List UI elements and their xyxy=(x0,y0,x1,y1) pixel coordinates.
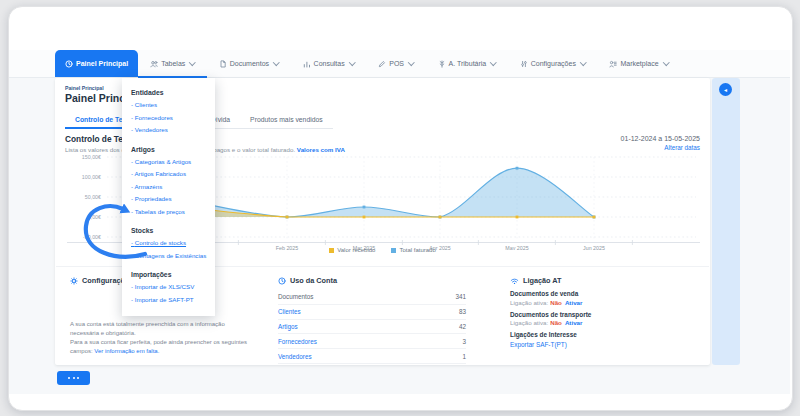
sliders-icon xyxy=(520,60,528,68)
usage-row-clientes: Clientes 83 xyxy=(278,305,466,320)
collapse-arrow-button[interactable]: ◄ xyxy=(719,83,732,96)
dropdown-section-artigos: Artigos xyxy=(131,146,206,153)
nav-item-a-tributaria[interactable]: A. Tributária xyxy=(426,50,508,77)
gear-icon xyxy=(70,277,78,285)
document-icon xyxy=(219,60,227,68)
legend-valor-recebido: Valor recebido xyxy=(329,247,375,253)
svg-text:150,00€: 150,00€ xyxy=(82,154,101,160)
panel-uso-da-conta: Uso da Conta Documentos 341 Clientes 83 … xyxy=(278,276,466,364)
legend-total-faturado: Total faturado xyxy=(391,247,435,253)
nav-item-configuracoes[interactable]: Configurações xyxy=(508,50,598,77)
dashboard-clock-icon xyxy=(65,60,73,68)
legend-swatch-yellow xyxy=(329,248,334,253)
nav-label: Consultas xyxy=(314,60,345,67)
nav-label: Configurações xyxy=(531,60,576,67)
ativar-venda-link[interactable]: Ativar xyxy=(565,299,583,306)
panel-ligacao-at: Ligação AT Documentos de venda Ligação a… xyxy=(510,276,700,348)
dropdown-item-clientes[interactable]: Clientes xyxy=(131,99,206,112)
panel-title: Uso da Conta xyxy=(290,276,337,285)
usage-rows: Documentos 341 Clientes 83 Artigos 42 Fo… xyxy=(278,290,466,364)
nav-item-consultas[interactable]: Consultas xyxy=(291,50,367,77)
nav-item-documentos[interactable]: Documentos xyxy=(207,50,291,77)
chevron-down-icon xyxy=(580,59,586,65)
usage-row-fornecedores: Fornecedores 3 xyxy=(278,334,466,349)
chevron-down-icon xyxy=(663,59,669,65)
usage-row-documentos: Documentos 341 xyxy=(278,290,466,305)
nav-label: Documentos xyxy=(230,60,269,67)
people-icon xyxy=(150,60,158,68)
fornecedores-link[interactable]: Fornecedores xyxy=(278,338,317,345)
dropdown-item-importar-xls-csv[interactable]: Importar de XLS/CSV xyxy=(131,281,206,294)
dropdown-section-entidades: Entidades xyxy=(131,89,206,96)
annotation-arrow xyxy=(75,196,155,268)
nav-item-painel-principal[interactable]: Painel Principal xyxy=(55,50,138,77)
dropdown-item-importar-saft-pt[interactable]: Importar de SAFT-PT xyxy=(131,294,206,307)
tab-produtos-mais-vendidos[interactable]: Produtos mais vendidos xyxy=(240,112,333,128)
breadcrumb[interactable]: Painel Principal xyxy=(65,85,104,91)
screen: Painel Principal Tabelas Documentos Cons… xyxy=(0,0,800,416)
exportar-saft-link[interactable]: Exportar SAF-T(PT) xyxy=(510,341,700,348)
chat-widget-button[interactable] xyxy=(57,371,90,385)
nav-label: Marketplace xyxy=(620,60,658,67)
chevron-down-icon xyxy=(349,59,355,65)
date-range-block: 01-12-2024 a 15-05-2025 Alterar datas xyxy=(480,135,700,151)
dropdown-item-categorias-artigos[interactable]: Categorias & Artigos xyxy=(131,156,206,169)
vendedores-link[interactable]: Vendedores xyxy=(278,353,312,360)
status-nao: Não xyxy=(550,299,562,306)
wifi-icon xyxy=(510,277,519,285)
nav-label: POS xyxy=(389,60,404,67)
nav-label: Painel Principal xyxy=(76,60,128,67)
clientes-link[interactable]: Clientes xyxy=(278,308,301,315)
nav-item-tabelas[interactable]: Tabelas xyxy=(138,50,207,77)
nav-item-marketplace[interactable]: Marketplace xyxy=(597,50,680,77)
config-text: A sua conta está totalmente preenchida c… xyxy=(70,320,255,356)
branch-icon xyxy=(438,60,446,68)
svg-text:100,00€: 100,00€ xyxy=(82,174,101,180)
pencil-icon xyxy=(378,60,386,68)
usage-row-artigos: Artigos 42 xyxy=(278,320,466,335)
at-transporte-status: Ligação ativa:NãoAtivar xyxy=(510,319,700,326)
nav-label: Tabelas xyxy=(161,60,185,67)
chevron-down-icon xyxy=(490,59,496,65)
clock-icon xyxy=(278,277,286,285)
dropdown-item-artigos-fabricados[interactable]: Artigos Fabricados xyxy=(131,168,206,181)
nav-item-pos[interactable]: POS xyxy=(366,50,425,77)
bar-chart-icon xyxy=(303,60,311,68)
chevron-down-icon xyxy=(273,59,279,65)
artigos-link[interactable]: Artigos xyxy=(278,323,298,330)
dropdown-item-armazens[interactable]: Armazéns xyxy=(131,181,206,194)
panel-title: Ligação AT xyxy=(523,276,562,285)
side-rail[interactable] xyxy=(712,78,740,365)
legend-swatch-blue xyxy=(391,248,396,253)
dropdown-item-vendedores[interactable]: Vendedores xyxy=(131,124,206,137)
dropdown-section-importacoes: Importações xyxy=(131,271,206,278)
dropdown-item-fornecedores[interactable]: Fornecedores xyxy=(131,112,206,125)
usage-row-vendedores: Vendedores 1 xyxy=(278,349,466,364)
ativar-transporte-link[interactable]: Ativar xyxy=(565,319,583,326)
chevron-down-icon xyxy=(189,59,195,65)
at-venda-status: Ligação ativa:NãoAtivar xyxy=(510,299,700,306)
main-nav: Painel Principal Tabelas Documentos Cons… xyxy=(9,50,790,78)
at-transporte-title: Documentos de transporte xyxy=(510,311,700,318)
date-range: 01-12-2024 a 15-05-2025 xyxy=(480,135,700,142)
ver-informacao-link[interactable]: Ver informação em falta. xyxy=(94,348,159,354)
status-nao: Não xyxy=(550,319,562,326)
person-list-icon xyxy=(609,60,617,68)
chevron-down-icon xyxy=(408,59,414,65)
at-interesse-title: Ligações de Interesse xyxy=(510,331,700,338)
at-venda-title: Documentos de venda xyxy=(510,290,700,297)
nav-label: A. Tributária xyxy=(449,60,487,67)
